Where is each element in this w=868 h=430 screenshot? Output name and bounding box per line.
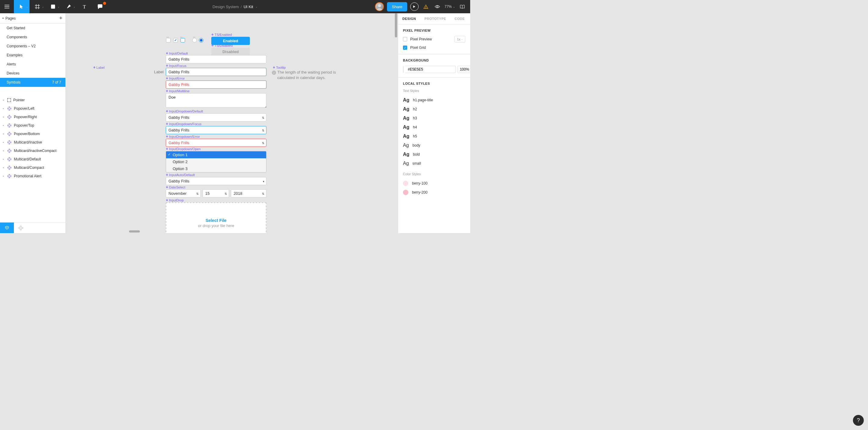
layer-item[interactable]: ▸ Multicard/Inactive <box>0 138 65 147</box>
checkbox-unchecked[interactable] <box>166 38 170 42</box>
svg-rect-2 <box>4 8 9 8</box>
tab-code[interactable]: CODE <box>450 13 469 24</box>
dropdown-option[interactable]: Option 1 <box>166 151 266 158</box>
color-swatch[interactable] <box>403 66 404 73</box>
dropzone[interactable]: Select File or drop your file here <box>166 202 267 233</box>
page-item[interactable]: Devices <box>0 69 65 78</box>
dropdown-option[interactable]: Option 3 <box>166 165 266 172</box>
input-focus[interactable]: Gabby Frills <box>166 68 267 76</box>
text-style-row[interactable]: Agbody <box>403 141 465 150</box>
layer-item[interactable]: ▸ Multicard/InactiveCompact <box>0 147 65 155</box>
text-style-row[interactable]: Agbold <box>403 150 465 159</box>
frame-label[interactable]: DateSelect <box>166 185 185 189</box>
layer-item[interactable]: ▸ Popover/Top <box>0 121 65 130</box>
caret-down-icon[interactable]: ▾ <box>2 17 4 20</box>
layer-item[interactable]: ▸ Promotional Alert <box>0 172 65 180</box>
pixel-grid-checkbox[interactable] <box>403 46 407 50</box>
text-style-row[interactable]: Agh3 <box>403 114 465 123</box>
page-item[interactable]: Components <box>0 33 65 41</box>
input-multiline[interactable]: Doe <box>166 93 267 108</box>
frame-label[interactable]: TS/Disabled <box>211 44 233 47</box>
present-button[interactable] <box>410 2 418 11</box>
move-tool[interactable]: ⌄ <box>14 0 30 13</box>
dropdown-option[interactable]: Option 2 <box>166 158 266 165</box>
frame-label[interactable]: InputDrop <box>166 198 184 202</box>
text-style-row[interactable]: Agh1.page-title <box>403 95 465 105</box>
layer-item[interactable]: ▸ Multicard/Compact <box>0 164 65 172</box>
text-style-row[interactable]: Agh5 <box>403 132 465 141</box>
page-list: Get Started Components Components – V2 E… <box>0 24 65 87</box>
frame-label[interactable]: Input/Error <box>166 77 185 80</box>
page-item-active[interactable]: Symbols 7 of 7 <box>0 78 65 87</box>
page-item[interactable]: Get Started <box>0 24 65 33</box>
frame-label[interactable]: InputDropdown/Focus <box>166 122 202 126</box>
frame-label[interactable]: Input/Multiline <box>166 89 190 93</box>
dropdown-open[interactable]: Option 1 Option 2 Option 3 <box>166 151 267 172</box>
dropdown-error[interactable]: Gabby Frills⇅ <box>166 139 267 147</box>
background-opacity-input[interactable] <box>458 66 470 73</box>
breadcrumb[interactable]: Design System / UI Kit ⌄ <box>213 4 258 9</box>
page-item[interactable]: Alerts <box>0 60 65 69</box>
layer-item[interactable]: ▸ Multicard/Default <box>0 155 65 164</box>
menu-button[interactable] <box>0 0 14 13</box>
pixel-preview-scale[interactable]: 1x⌄ <box>455 36 465 42</box>
text-style-row[interactable]: Agh2 <box>403 105 465 114</box>
canvas[interactable]: ... ... ... TS/Enabled Enabled TS/Disabl… <box>66 13 398 233</box>
input-auto[interactable]: Gabby Frills▾ <box>166 177 267 185</box>
assets-tab[interactable] <box>14 223 28 233</box>
frame-label[interactable]: InputDropdown/Open <box>166 147 201 151</box>
layers-tab[interactable] <box>0 223 14 233</box>
radio-unchecked[interactable] <box>192 38 197 42</box>
layer-item[interactable]: ▸ Popover/Right <box>0 113 65 121</box>
share-button[interactable]: Share <box>387 2 407 11</box>
date-month[interactable]: November⇅ <box>166 190 201 198</box>
library-icon[interactable] <box>458 2 467 11</box>
pen-tool[interactable]: ⌄ <box>61 0 76 13</box>
tab-design[interactable]: DESIGN <box>398 13 420 24</box>
page-item[interactable]: Examples <box>0 51 65 60</box>
input-error[interactable]: Gabby Frills <box>166 81 267 89</box>
text-tool[interactable]: T <box>76 0 92 13</box>
scrollbar-vertical[interactable] <box>395 13 397 37</box>
layer-item[interactable]: ▸ Popover/Bottom <box>0 130 65 138</box>
radio-checked[interactable] <box>199 38 204 42</box>
frame-label[interactable]: TS/Enabled <box>211 33 232 36</box>
input-default[interactable]: Gabby Frills <box>166 55 267 63</box>
tab-prototype[interactable]: PROTOTYPE <box>420 13 450 24</box>
visibility-icon[interactable] <box>433 2 441 11</box>
color-style-row[interactable]: berry-100 <box>403 179 465 188</box>
dropdown-default[interactable]: Gabby Frills⇅ <box>166 113 267 121</box>
frame-label[interactable]: Label <box>93 66 104 69</box>
frame-label[interactable]: Input/Default <box>166 52 188 55</box>
shape-tool[interactable]: ⌄ <box>45 0 61 13</box>
frame-label[interactable]: InputDropdown/Error <box>166 135 200 138</box>
frame-label[interactable]: Tooltip <box>273 66 286 69</box>
svg-point-10 <box>378 4 381 7</box>
background-hex-input[interactable] <box>405 66 456 73</box>
page-item[interactable]: Components – V2 <box>0 41 65 51</box>
text-style-row[interactable]: Agh4 <box>403 123 465 132</box>
warning-icon[interactable] <box>422 2 430 11</box>
toolbar-right: Share 77% ⌄ <box>375 2 470 11</box>
avatar[interactable] <box>375 2 384 11</box>
color-style-row[interactable]: berry-200 <box>403 188 465 197</box>
comment-tool[interactable] <box>92 0 108 13</box>
add-page-button[interactable]: + <box>59 15 62 21</box>
dropdown-focus[interactable]: Gabby Frills⇅ <box>166 126 267 134</box>
checkbox-checked[interactable] <box>173 38 178 42</box>
layer-item[interactable]: ▸ Pointer <box>0 96 65 104</box>
zoom-control[interactable]: 77% ⌄ <box>444 4 455 9</box>
layer-item[interactable]: ▸ Popover/Left <box>0 104 65 113</box>
frame-label[interactable]: Input/Focus <box>166 64 186 67</box>
scrollbar-horizontal[interactable] <box>129 230 140 232</box>
text-style-row[interactable]: Agsmall <box>403 159 465 168</box>
frame-label[interactable]: InputDropdown/Default <box>166 110 203 113</box>
date-day[interactable]: 15⇅ <box>203 190 229 198</box>
resize-handle-icon[interactable] <box>265 106 267 108</box>
checkbox-focus[interactable] <box>181 38 185 42</box>
frame-label[interactable]: InputAuto/Default <box>166 173 195 177</box>
frame-tool[interactable]: ⌄ <box>30 0 45 13</box>
pixel-preview-checkbox[interactable] <box>403 37 407 41</box>
left-panel: ▾ Pages + Get Started Components Compone… <box>0 13 66 233</box>
date-year[interactable]: 2018⇅ <box>231 190 267 198</box>
